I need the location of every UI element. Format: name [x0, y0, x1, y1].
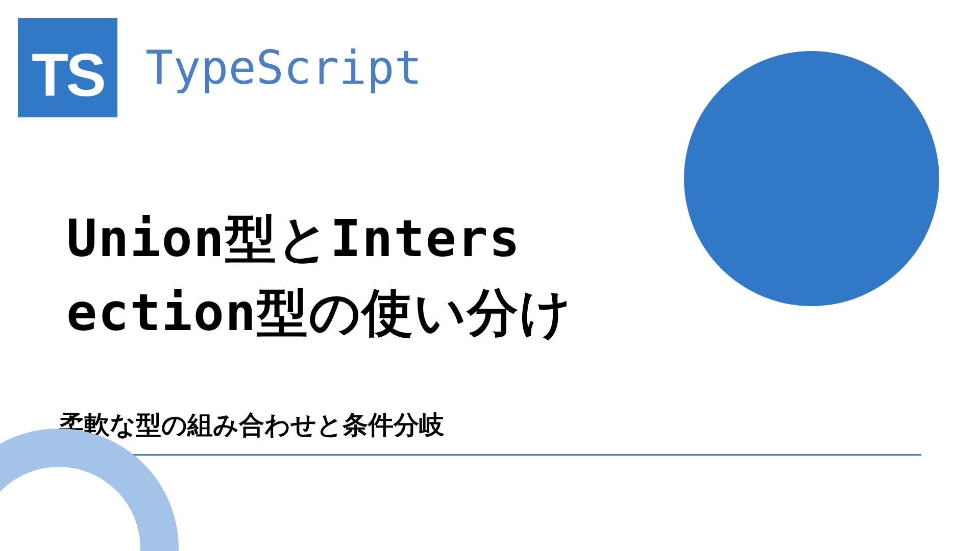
logo-container: TS TypeScript [18, 18, 422, 117]
title-line-2: ection型の使い分け [66, 276, 572, 349]
brand-name: TypeScript [145, 41, 422, 94]
ts-logo-text: TS [32, 40, 104, 110]
ts-logo-icon: TS [18, 18, 117, 117]
page-title: Union型とInters ection型の使い分け [66, 202, 572, 349]
page-subtitle: 柔軟な型の組み合わせと条件分岐 [59, 408, 445, 442]
divider-line [59, 454, 921, 456]
decorative-circle-icon [684, 51, 939, 306]
decorative-ring-icon [0, 429, 179, 551]
title-line-1: Union型とInters [66, 202, 572, 276]
